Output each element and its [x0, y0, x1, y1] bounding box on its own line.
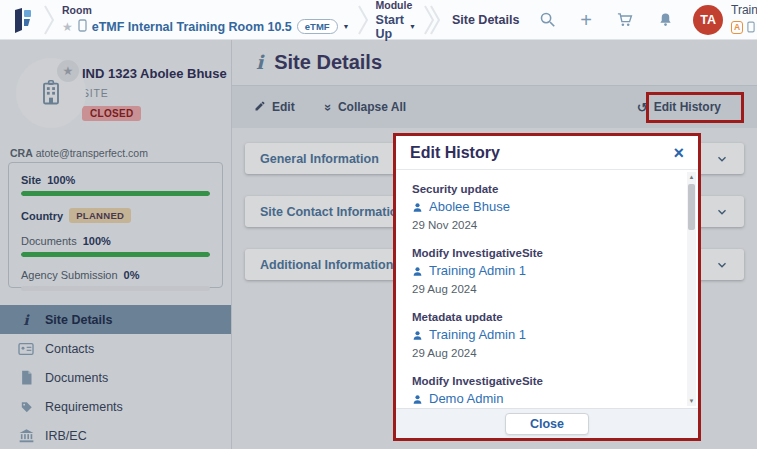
room-label: Room — [62, 4, 350, 16]
edit-history-list: Security update Abolee Bhuse 29 Nov 2024… — [396, 170, 698, 408]
mobile-device-icon — [747, 19, 755, 37]
module-label: Module — [376, 0, 416, 11]
history-entry: Modify InvestigativeSite Training Admin … — [412, 244, 672, 298]
module-value: Start Up — [376, 13, 404, 41]
entry-action: Modify InvestigativeSite — [412, 372, 672, 390]
room-selector[interactable]: Room ★ eTMF Internal Training Room 10.5 … — [62, 4, 350, 36]
entry-user-link[interactable]: Abolee Bhuse — [412, 198, 672, 216]
search-icon[interactable] — [539, 11, 556, 28]
entry-date: 29 Aug 2024 — [412, 344, 672, 362]
chevron-down-icon[interactable]: ▼ — [409, 23, 416, 30]
entry-user-link[interactable]: Demo Admin — [412, 390, 672, 408]
entry-user-link[interactable]: Training Admin 1 — [412, 262, 672, 280]
add-icon[interactable]: + — [580, 10, 592, 30]
app-logo-icon[interactable] — [10, 7, 36, 33]
user-menu[interactable]: TA Training Admin 1 ▼ A — [693, 3, 757, 37]
close-icon[interactable]: × — [673, 144, 684, 162]
device-icon — [78, 18, 87, 36]
cart-icon[interactable] — [616, 11, 634, 28]
modal-title: Edit History — [410, 144, 500, 162]
notifications-bell-icon[interactable] — [658, 11, 673, 28]
history-entry: Modify InvestigativeSite Demo Admin — [412, 372, 672, 408]
person-icon — [412, 202, 423, 213]
module-selector[interactable]: Module Start Up ▼ — [376, 0, 416, 41]
breadcrumb-separator — [423, 4, 441, 36]
entry-action: Security update — [412, 180, 672, 198]
modal-scrollbar[interactable]: ▲ ▼ — [687, 172, 696, 406]
room-name: eTMF Internal Training Room 10.5 — [92, 20, 292, 34]
scrollbar-thumb[interactable] — [688, 184, 695, 230]
person-icon — [412, 266, 423, 277]
edit-history-modal: Edit History × Security update Abolee Bh… — [393, 133, 701, 441]
top-navigation-bar: Room ★ eTMF Internal Training Room 10.5 … — [0, 0, 757, 40]
breadcrumb-separator — [357, 4, 369, 36]
entry-action: Modify InvestigativeSite — [412, 244, 672, 262]
scroll-down-icon[interactable]: ▼ — [687, 398, 696, 404]
role-badge: A — [731, 21, 743, 34]
history-entry: Metadata update Training Admin 1 29 Aug … — [412, 308, 672, 362]
room-type-badge: eTMF — [297, 19, 338, 34]
person-icon — [412, 330, 423, 341]
entry-user-link[interactable]: Training Admin 1 — [412, 326, 672, 344]
modal-header: Edit History × — [396, 136, 698, 170]
user-avatar[interactable]: TA — [693, 5, 723, 35]
entry-date: 29 Nov 2024 — [412, 216, 672, 234]
modal-footer: Close — [396, 408, 698, 438]
scroll-up-icon[interactable]: ▲ — [687, 174, 696, 180]
user-name: Training Admin 1 — [731, 3, 757, 17]
person-icon — [412, 394, 423, 405]
history-entry: Security update Abolee Bhuse 29 Nov 2024 — [412, 180, 672, 234]
entry-action: Metadata update — [412, 308, 672, 326]
app-window: Room ★ eTMF Internal Training Room 10.5 … — [0, 0, 757, 449]
favorite-star-icon[interactable]: ★ — [62, 21, 73, 33]
entry-date: 29 Aug 2024 — [412, 280, 672, 298]
current-page-label: Site Details — [452, 13, 519, 27]
close-button[interactable]: Close — [505, 413, 589, 435]
chevron-down-icon[interactable]: ▼ — [343, 23, 350, 30]
breadcrumb-separator — [43, 4, 55, 36]
